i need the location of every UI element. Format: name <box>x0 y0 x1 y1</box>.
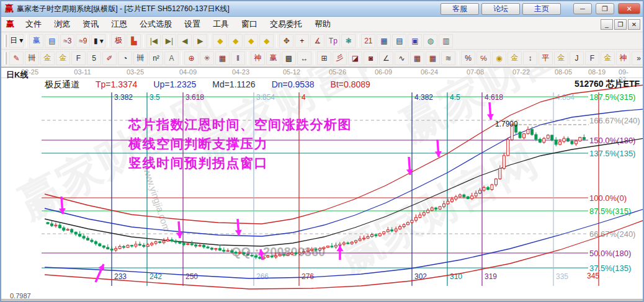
pan-hand-icon[interactable]: ✥ <box>279 34 293 48</box>
zoom-in-h-icon[interactable]: ◆ <box>228 34 243 48</box>
close-button[interactable]: ✕ <box>618 3 640 14</box>
time-cycle-icon[interactable]: ❃ <box>341 34 356 48</box>
price-square-icon[interactable]: ▦ <box>410 51 424 65</box>
j-angle-icon[interactable]: J <box>570 51 584 65</box>
mdi-close-button[interactable]: ✕ <box>628 19 640 30</box>
nav-prev-button[interactable]: ◀ <box>177 34 192 48</box>
service-button-1[interactable]: 论坛 <box>481 3 520 15</box>
time-grid-icon[interactable]: 卌 <box>133 51 148 65</box>
crosshair-icon[interactable]: + <box>295 34 309 48</box>
chart-panel: 赢家财富网赢家财富网赢家财富网赢家财富网www.yingjia.comQQ：20… <box>1 67 643 299</box>
date-tick-label: 04-09 <box>179 68 197 76</box>
minimize-button[interactable]: ─ <box>573 3 592 14</box>
chart-canvas[interactable]: 赢家财富网赢家财富网赢家财富网赢家财富网www.yingjia.comQQ：20… <box>1 68 644 300</box>
zoom-out-v-icon[interactable]: ◆ <box>244 34 258 48</box>
percent-section-icon[interactable]: ℅ <box>476 51 491 65</box>
text-tool-icon[interactable]: A <box>164 51 179 65</box>
overflow-more-icon[interactable]: » <box>632 51 643 65</box>
parallel-lines-icon[interactable]: ‖ <box>231 51 245 65</box>
five-ruler-icon[interactable]: 5 <box>87 51 101 65</box>
mdi-minimize-button[interactable]: _ <box>601 19 613 30</box>
menu-item-设置[interactable]: 设置 <box>178 17 207 31</box>
gann-fan-icon[interactable]: 彡 <box>333 51 347 65</box>
menu-item-工具[interactable]: 工具 <box>207 17 235 31</box>
rect-tool-icon[interactable]: ⊞ <box>317 51 331 65</box>
vertical-measure-icon[interactable]: ↕ <box>523 51 537 65</box>
calendar-icon[interactable]: 21 <box>361 34 375 48</box>
notes-icon[interactable]: ▤ <box>392 34 406 48</box>
shaded-box-icon[interactable]: ◪ <box>348 51 362 65</box>
nav-first-button[interactable]: |◀ <box>146 34 161 48</box>
pencil-icon[interactable]: ✎ <box>9 51 24 65</box>
candle-body <box>411 220 413 223</box>
fib-grid-icon[interactable]: F <box>71 51 86 65</box>
gann-ruler-icon[interactable]: 卌 <box>25 51 39 65</box>
print-icon[interactable]: ▥ <box>439 34 453 48</box>
candle-body <box>355 241 357 242</box>
square-grid-icon[interactable]: ▦ <box>215 51 230 65</box>
n-square-icon[interactable]: n² <box>149 51 163 65</box>
gold-grid2-icon[interactable]: 金 <box>56 51 70 65</box>
minute-3-chart-icon[interactable]: ≈3 <box>60 34 74 48</box>
menu-item-文件[interactable]: 文件 <box>19 17 48 31</box>
menu-item-资讯[interactable]: 资讯 <box>76 17 105 31</box>
period-day-button[interactable]: 日 ▾ <box>9 34 24 48</box>
angle-measure-icon[interactable]: ∡ <box>310 34 324 48</box>
cycle-compass-icon[interactable]: ◔ <box>118 51 132 65</box>
multi-wave-icon[interactable]: ≋ <box>441 51 455 65</box>
candle-body <box>199 246 201 246</box>
width-measure-icon[interactable]: ↔ <box>297 51 311 65</box>
time-square-icon[interactable]: ▦ <box>426 51 440 65</box>
brush-icon[interactable]: ✐ <box>102 51 117 65</box>
nav-next-button[interactable]: ▶ <box>193 34 207 48</box>
zoom-in-v-icon[interactable]: ◆ <box>259 34 274 48</box>
menu-item-公式选股[interactable]: 公式选股 <box>133 17 178 31</box>
jifan-channel-icon[interactable]: 极 <box>111 34 125 48</box>
gold-circle-icon[interactable]: ◉ <box>492 51 506 65</box>
candle-body <box>567 138 570 141</box>
date-tick-label: 07-08 <box>467 68 484 76</box>
candle-body <box>247 254 249 255</box>
menu-item-帮助[interactable]: 帮助 <box>308 17 337 31</box>
gold-angle-icon[interactable]: 金 <box>554 51 568 65</box>
menu-item-窗口[interactable]: 窗口 <box>235 17 264 31</box>
ying-grid-icon[interactable]: 赢 <box>266 51 280 65</box>
service-button-2[interactable]: 主页 <box>522 3 561 15</box>
percent-icon[interactable]: % <box>461 51 475 65</box>
ping-tool-icon[interactable]: 平 <box>539 51 553 65</box>
gann-wheel-icon[interactable]: ✳ <box>200 51 214 65</box>
main-chart-icon[interactable]: 赢 <box>29 34 43 48</box>
menu-item-交易委托[interactable]: 交易委托 <box>264 17 308 31</box>
indicator-value-0: Tp=1.3374 <box>96 79 137 91</box>
network-icon[interactable]: ◍ <box>423 34 437 48</box>
menu-item-浏览[interactable]: 浏览 <box>48 17 76 31</box>
gann-target-icon[interactable]: ⊕ <box>184 51 199 65</box>
box-grid-icon[interactable]: ▩ <box>282 51 296 65</box>
gold-grid-icon[interactable]: 金 <box>40 51 55 65</box>
menu-item-江恩[interactable]: 江恩 <box>105 17 133 31</box>
quote-list-icon[interactable]: ▤ <box>45 34 59 48</box>
service-button-0[interactable]: 客服 <box>441 3 479 15</box>
color-histogram-icon[interactable]: ▙ <box>127 34 141 48</box>
toolbar-separator <box>358 35 359 47</box>
candle-body <box>182 243 185 244</box>
f-angle-icon[interactable]: F <box>585 51 599 65</box>
nav-last-button[interactable]: ▶| <box>162 34 176 48</box>
mdi-restore-button[interactable]: ❐ <box>614 19 627 30</box>
toolbar-separator <box>210 35 210 47</box>
gold-price-icon[interactable]: 金 <box>508 51 522 65</box>
circle-grid-icon[interactable]: ◙ <box>364 51 378 65</box>
gold-line-angle-icon[interactable]: 金 <box>601 51 615 65</box>
calculator-icon[interactable]: ▦ <box>377 34 391 48</box>
tp-indicator-icon[interactable]: Tp <box>326 34 340 48</box>
minute-9-chart-icon[interactable]: ≈9 <box>76 34 90 48</box>
shen-grid-icon[interactable]: 神 <box>251 51 265 65</box>
wave-tool-icon[interactable]: ∿ <box>395 51 409 65</box>
angle-tool-icon[interactable]: ∠ <box>379 51 393 65</box>
candle-style-icon[interactable]: ▮ ▾ <box>91 34 105 48</box>
zoom-out-h-icon[interactable]: ◆ <box>213 34 227 48</box>
save-icon[interactable]: ▣ <box>408 34 422 48</box>
shen-angle-icon[interactable]: 神 <box>616 51 630 65</box>
restore-button[interactable]: ❐ <box>596 3 614 14</box>
candle-body <box>127 246 129 247</box>
